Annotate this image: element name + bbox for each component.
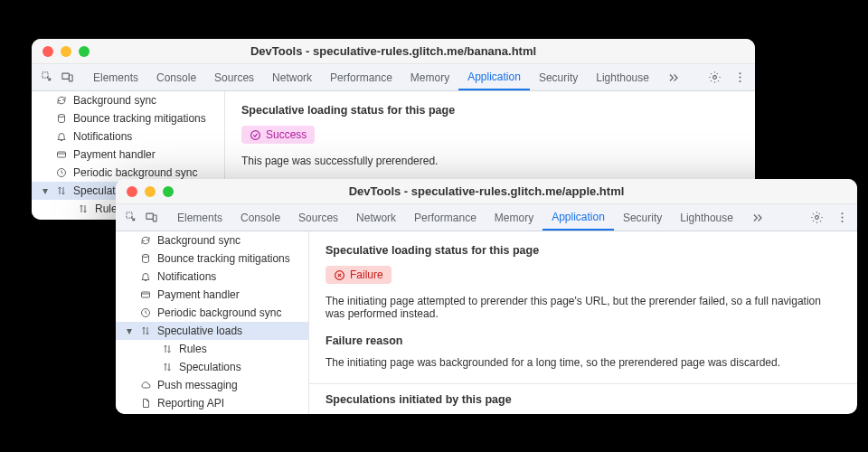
sync-icon — [55, 95, 68, 106]
device-toggle-icon[interactable] — [143, 210, 159, 226]
status-heading: Speculative loading status for this page — [326, 244, 841, 257]
sidebar-item-notifications[interactable]: Notifications — [32, 127, 224, 146]
disclosure-down-icon[interactable]: ▾ — [125, 325, 134, 337]
sync-icon — [139, 235, 152, 246]
svg-point-4 — [739, 72, 741, 74]
devtools-toolbar: Elements Console Sources Network Perform… — [32, 64, 755, 91]
tab-performance[interactable]: Performance — [405, 204, 486, 231]
sidebar-item-label: Background sync — [157, 234, 241, 247]
card-icon — [55, 149, 68, 160]
tab-sources[interactable]: Sources — [289, 204, 347, 231]
maximize-button[interactable] — [163, 186, 174, 197]
sidebar-item-rules[interactable]: Rules — [116, 340, 308, 358]
traffic-lights — [116, 186, 174, 197]
more-icon[interactable] — [834, 210, 850, 226]
tab-memory[interactable]: Memory — [401, 64, 458, 90]
svg-point-17 — [841, 221, 843, 222]
inspect-icon[interactable] — [123, 210, 139, 226]
sidebar-item-bounce-tracking[interactable]: Bounce tracking mitigations — [116, 250, 308, 268]
svg-point-14 — [815, 216, 818, 220]
svg-point-5 — [739, 77, 741, 79]
sidebar-item-payment[interactable]: Payment handler — [32, 146, 224, 164]
svg-rect-12 — [146, 213, 153, 219]
svg-rect-8 — [58, 152, 66, 157]
tab-performance[interactable]: Performance — [321, 64, 401, 90]
bell-icon — [139, 271, 152, 282]
failure-reason-heading: Failure reason — [326, 334, 841, 347]
tab-elements[interactable]: Elements — [84, 64, 147, 90]
sidebar-item-label: Notifications — [157, 270, 216, 283]
sidebar-item-label: Rules — [179, 343, 207, 355]
tab-lighthouse[interactable]: Lighthouse — [671, 204, 742, 231]
svg-point-16 — [841, 217, 843, 219]
sidebar-item-label: Reporting API — [157, 397, 224, 410]
svg-rect-1 — [61, 73, 69, 79]
settings-icon[interactable] — [808, 210, 825, 226]
sidebar-item-push[interactable]: Push messaging — [116, 376, 308, 394]
tabs-overflow-icon[interactable] — [658, 64, 689, 90]
sidebar-item-background-sync[interactable]: Background sync — [32, 91, 224, 109]
tab-memory[interactable]: Memory — [486, 204, 542, 231]
svg-point-18 — [143, 255, 149, 258]
tab-network[interactable]: Network — [347, 204, 405, 231]
cross-circle-icon — [334, 269, 345, 281]
sidebar-item-label: Periodic background sync — [73, 166, 197, 179]
cloud-icon — [139, 380, 152, 391]
close-button[interactable] — [42, 46, 53, 57]
tab-security[interactable]: Security — [614, 204, 671, 231]
svg-point-3 — [712, 76, 716, 80]
window-title: DevTools - speculative-rules.glitch.me/b… — [32, 44, 755, 58]
sidebar-item-label: Bounce tracking mitigations — [157, 252, 290, 265]
sidebar-item-label: Speculative loads — [157, 325, 242, 337]
tab-security[interactable]: Security — [530, 64, 587, 90]
minimize-button[interactable] — [145, 186, 156, 197]
arrows-icon — [77, 203, 90, 214]
sidebar-item-speculations[interactable]: Speculations — [116, 358, 308, 376]
status-label: Success — [266, 128, 307, 141]
settings-icon[interactable] — [706, 70, 722, 86]
sidebar-item-label: Bounce tracking mitigations — [73, 112, 206, 125]
sidebar-item-label: Periodic background sync — [157, 306, 281, 319]
svg-rect-2 — [69, 75, 72, 81]
sidebar-item-notifications[interactable]: Notifications — [116, 268, 308, 286]
titlebar: DevTools - speculative-rules.glitch.me/a… — [116, 179, 857, 204]
clock-icon — [139, 307, 152, 318]
inspect-icon[interactable] — [39, 70, 55, 86]
maximize-button[interactable] — [79, 46, 90, 57]
status-description: This page was successfully prerendered. — [241, 155, 739, 167]
close-button[interactable] — [127, 186, 137, 197]
sidebar-item-periodic-sync[interactable]: Periodic background sync — [116, 304, 308, 322]
svg-point-6 — [739, 80, 741, 82]
sidebar-item-reporting[interactable]: Reporting API — [116, 394, 308, 412]
tab-sources[interactable]: Sources — [205, 64, 263, 90]
clock-icon — [55, 167, 68, 178]
window-title: DevTools - speculative-rules.glitch.me/a… — [116, 184, 857, 198]
tab-network[interactable]: Network — [263, 64, 321, 90]
tab-console[interactable]: Console — [147, 64, 205, 90]
devtools-window-front: DevTools - speculative-rules.glitch.me/a… — [116, 179, 857, 414]
arrows-icon — [55, 185, 68, 196]
tab-application[interactable]: Application — [542, 204, 614, 231]
status-description: The initiating page attempted to prerend… — [326, 295, 841, 320]
tabs-overflow-icon[interactable] — [742, 204, 773, 231]
svg-point-10 — [251, 130, 260, 139]
minimize-button[interactable] — [61, 46, 71, 57]
sidebar-item-label: Notifications — [73, 130, 132, 143]
sidebar-item-background-sync[interactable]: Background sync — [116, 231, 308, 250]
sidebar-item-payment[interactable]: Payment handler — [116, 286, 308, 304]
bell-icon — [55, 131, 68, 142]
database-icon — [139, 253, 152, 264]
device-toggle-icon[interactable] — [59, 70, 75, 86]
arrows-icon — [161, 344, 174, 354]
tab-console[interactable]: Console — [231, 204, 289, 231]
tab-application[interactable]: Application — [458, 64, 530, 90]
disclosure-down-icon[interactable]: ▾ — [41, 184, 50, 197]
svg-rect-19 — [142, 292, 150, 297]
tab-elements[interactable]: Elements — [168, 204, 231, 231]
sidebar-item-label: Payment handler — [73, 148, 156, 161]
more-icon[interactable] — [731, 70, 748, 86]
panel-tabs: Elements Console Sources Network Perform… — [84, 64, 689, 90]
sidebar-item-speculative-loads[interactable]: ▾ Speculative loads — [116, 322, 308, 340]
sidebar-item-bounce-tracking[interactable]: Bounce tracking mitigations — [32, 109, 224, 127]
tab-lighthouse[interactable]: Lighthouse — [587, 64, 658, 90]
